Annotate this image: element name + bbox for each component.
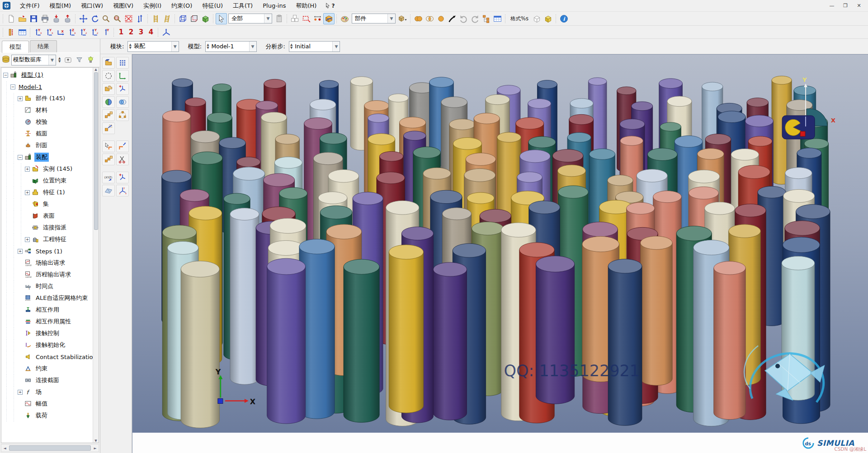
select-cursor-icon[interactable] (216, 13, 227, 24)
minimize-button[interactable]: — (826, 2, 838, 10)
tree-item-label[interactable]: 连接截面 (34, 376, 61, 385)
tree-row[interactable]: t时间点 (3, 280, 93, 292)
flip-normals-icon[interactable] (447, 13, 458, 24)
tree-row[interactable]: 11010历程输出请求 (3, 269, 93, 280)
model-tree-toggle-icon[interactable] (481, 13, 492, 24)
viewport-1-button[interactable]: 1 (116, 27, 126, 37)
scroll-thumb-h[interactable] (9, 445, 91, 451)
tree-item-label[interactable]: 装配 (34, 153, 49, 162)
datum-display-icon[interactable] (5, 27, 17, 38)
view-left-icon[interactable]: Yz (78, 27, 89, 38)
field-output-format[interactable]: 格式%s (508, 13, 531, 24)
linear-pattern-tool[interactable] (102, 154, 115, 165)
tree-row[interactable]: 校验 (3, 116, 93, 128)
expand-icon[interactable]: + (18, 96, 23, 101)
dashed-circle-tool[interactable] (102, 70, 115, 82)
tree-row[interactable]: −模型 (1) (3, 69, 93, 81)
cut-instances-icon[interactable] (435, 13, 447, 24)
tree-row[interactable]: 相互作用 (3, 304, 93, 316)
custom-views-icon[interactable] (160, 27, 172, 38)
tree-item-label[interactable]: 场输出请求 (34, 258, 66, 267)
render-beam-profiles-icon[interactable] (150, 13, 161, 24)
scroll-left-icon[interactable]: ◄ (1, 446, 8, 450)
expand-icon[interactable]: + (25, 190, 30, 195)
tree-item-label[interactable]: 相互作用 (34, 305, 61, 314)
expand-icon[interactable]: + (18, 249, 23, 254)
tree-row[interactable]: −Model-1 (3, 81, 93, 93)
save-icon[interactable] (28, 13, 39, 24)
tree-item-label[interactable]: 连接指派 (42, 223, 68, 232)
menu-10[interactable]: 帮助(H) (291, 1, 321, 10)
tree-row[interactable]: +部件 (145) (3, 93, 93, 104)
pan-icon[interactable] (78, 13, 89, 24)
zoom-box-icon[interactable] (112, 13, 123, 24)
tree-row[interactable]: Contact Stabilization (3, 351, 93, 363)
corner-arrow-tool[interactable] (116, 140, 129, 152)
maximize-button[interactable]: ❐ (839, 2, 852, 10)
tree-horizontal-scrollbar[interactable]: ◄► (1, 444, 99, 452)
shaded-render-icon[interactable] (200, 13, 211, 24)
expand-icon[interactable]: + (25, 237, 30, 242)
cycle-views-icon[interactable] (134, 13, 146, 24)
database-spinner[interactable]: ▲▼ (57, 57, 61, 63)
color-code-combo[interactable]: 部件▼ (352, 14, 396, 23)
tree-item-label[interactable]: 相互作用属性 (34, 317, 72, 326)
tree-row[interactable]: ALE自适应网格约束 (3, 292, 93, 304)
view-cut-manager-icon[interactable] (289, 13, 301, 24)
paste-gray-icon[interactable] (274, 13, 285, 24)
undo-icon[interactable] (458, 13, 469, 24)
tree-row[interactable]: 集 (3, 198, 93, 210)
scroll-down-icon[interactable]: ▼ (94, 439, 97, 443)
tree-item-label[interactable]: 部件 (145) (34, 94, 66, 103)
cursor-corner-tool[interactable] (102, 140, 115, 152)
tree-row[interactable]: 表面 (3, 210, 93, 222)
fit-view-icon[interactable] (123, 13, 134, 24)
collapse-icon[interactable]: − (3, 73, 8, 78)
new-file-icon[interactable] (5, 13, 17, 24)
tree-item-label[interactable]: 表面 (42, 211, 56, 220)
radial-pattern-tool[interactable] (116, 109, 129, 121)
session-up-icon[interactable] (62, 13, 73, 24)
tree-row[interactable]: ε材料 (3, 104, 93, 116)
menu-3[interactable]: 视口(W) (76, 1, 108, 10)
collapse-icon[interactable]: − (10, 84, 15, 89)
menu-6[interactable]: 约束(O) (166, 1, 197, 10)
tree-item-label[interactable]: 约束 (34, 364, 49, 373)
scissors-cut-tool[interactable] (116, 154, 129, 165)
tree-row[interactable]: 连接截面 (3, 374, 93, 386)
tree-row[interactable]: 截面 (3, 128, 93, 140)
view-right-icon[interactable]: Yz (89, 27, 100, 38)
tree-vertical-scrollbar[interactable]: ▲▼ (93, 68, 99, 443)
print-icon[interactable] (39, 13, 51, 24)
scroll-thumb[interactable] (94, 72, 98, 230)
create-instance-tool[interactable] (102, 57, 115, 69)
menu-4[interactable]: 视图(V) (108, 1, 138, 10)
tree-row[interactable]: +Steps (1) (3, 245, 93, 257)
database-selector[interactable]: 模型数据库▼ (11, 55, 56, 65)
tree-row[interactable]: 接触初始化 (3, 339, 93, 351)
xyz-query-tool[interactable]: (XYZ) (102, 172, 115, 183)
tree-row[interactable]: 约束 (3, 363, 93, 374)
tree-row[interactable]: 位置约束 (3, 175, 93, 187)
view-front-icon[interactable]: Yx (33, 27, 44, 38)
viewport-canvas[interactable]: QQ: 1135122921 Y X Y X ds SIMULIA CSDN @… (132, 54, 868, 453)
translate-tool[interactable] (102, 122, 115, 134)
tree-item-label[interactable]: 特征 (1) (42, 188, 66, 197)
expand-icon[interactable]: + (18, 390, 23, 395)
triad-z-tool[interactable]: yzx (116, 185, 129, 196)
tree-row[interactable]: 剖面 (3, 140, 93, 151)
menu-1[interactable]: 文件(F) (15, 1, 45, 10)
tree-item-label[interactable]: Steps (1) (34, 248, 64, 255)
wireframe-render-icon[interactable] (177, 13, 189, 24)
merge-instances-icon[interactable] (413, 13, 424, 24)
module-combo[interactable]: ▲▼ 装配▼ (127, 41, 179, 52)
zoom-icon[interactable] (100, 13, 112, 24)
options-dialog-icon[interactable] (492, 13, 503, 24)
redo-icon[interactable] (469, 13, 481, 24)
tree-row[interactable]: +实例 (145) (3, 163, 93, 175)
tree-item-label[interactable]: 实例 (145) (42, 164, 74, 173)
session-down-icon[interactable] (51, 13, 62, 24)
rotate-icon[interactable] (89, 13, 100, 24)
menu-8[interactable]: 工具(T) (228, 1, 258, 10)
box-zoom-icon[interactable] (301, 13, 312, 24)
